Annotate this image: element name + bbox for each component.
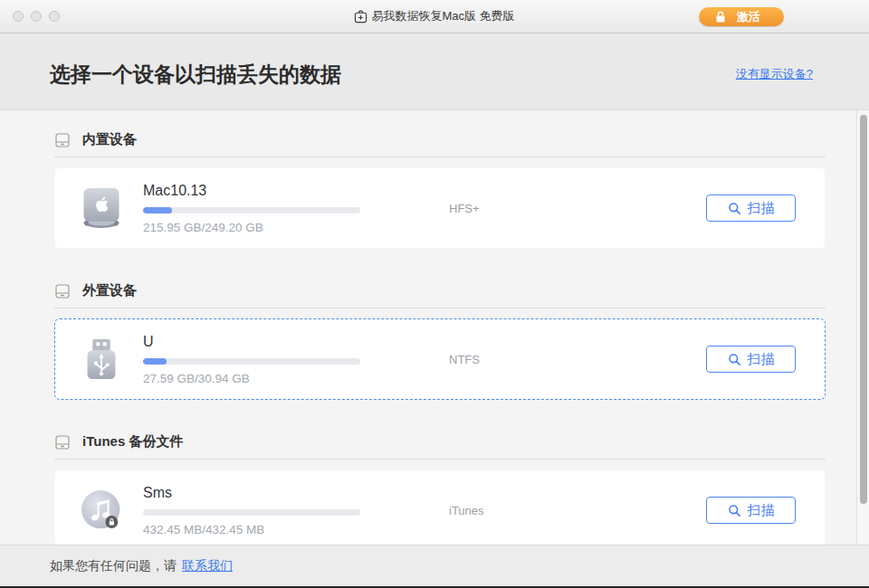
device-info: Mac10.13 215.95 GB/249.20 GB — [143, 183, 360, 234]
device-name: Mac10.13 — [143, 183, 360, 199]
scan-label: 扫描 — [748, 200, 775, 217]
device-name: Sms — [143, 485, 360, 501]
scan-label: 扫描 — [748, 502, 775, 519]
capacity-bar — [143, 358, 360, 365]
device-info: U 27.59 GB/30.94 GB — [143, 334, 360, 385]
section-itunes-backups: iTunes 备份文件 — [54, 433, 826, 545]
section-label: iTunes 备份文件 — [82, 433, 183, 450]
page-title: 选择一个设备以扫描丢失的数据 — [50, 61, 341, 89]
no-device-help-link[interactable]: 没有显示设备? — [736, 66, 813, 82]
section-header: iTunes 备份文件 — [54, 433, 826, 460]
usb-drive-icon — [78, 336, 125, 383]
device-size: 215.95 GB/249.20 GB — [143, 221, 360, 234]
activate-label: 激活 — [737, 9, 760, 25]
contact-us-link[interactable]: 联系我们 — [182, 558, 233, 574]
scan-button[interactable]: 扫描 — [706, 346, 796, 373]
scan-button[interactable]: 扫描 — [706, 194, 796, 222]
filesystem-label: iTunes — [449, 504, 706, 517]
footer-text: 如果您有任何问题，请 — [50, 558, 177, 574]
maximize-button[interactable] — [49, 11, 60, 22]
hdd-apple-icon — [78, 185, 125, 232]
drive-icon — [54, 434, 71, 450]
section-header: 内置设备 — [54, 131, 826, 157]
capacity-bar — [143, 207, 360, 213]
app-icon — [354, 10, 368, 24]
search-icon — [728, 504, 741, 517]
search-icon — [728, 353, 741, 366]
device-card-mac[interactable]: Mac10.13 215.95 GB/249.20 GB HFS+ 扫描 — [54, 167, 826, 249]
close-button[interactable] — [13, 11, 24, 22]
device-size: 27.59 GB/30.94 GB — [143, 372, 360, 385]
scrollbar-thumb[interactable] — [860, 115, 867, 504]
filesystem-label: HFS+ — [449, 202, 706, 215]
footer: 如果您有任何问题，请 联系我们 — [0, 545, 869, 588]
titlebar: 易我数据恢复Mac版 免费版 激活 — [0, 0, 869, 33]
itunes-locked-icon — [78, 487, 125, 534]
window-title-text: 易我数据恢复Mac版 免费版 — [371, 8, 514, 24]
app-window: 易我数据恢复Mac版 免费版 激活 选择一个设备以扫描丢失的数据 没有显示设备? — [0, 0, 869, 588]
search-icon — [728, 202, 741, 215]
filesystem-label: NTFS — [449, 353, 706, 366]
scrollbar-track[interactable] — [856, 110, 869, 545]
device-card-usb[interactable]: U 27.59 GB/30.94 GB NTFS 扫描 — [54, 318, 826, 400]
window-title: 易我数据恢复Mac版 免费版 — [354, 8, 514, 24]
page-header: 选择一个设备以扫描丢失的数据 没有显示设备? — [0, 33, 869, 110]
traffic-lights — [13, 0, 60, 33]
scan-label: 扫描 — [748, 351, 775, 368]
activate-button[interactable]: 激活 — [699, 7, 784, 26]
scan-button[interactable]: 扫描 — [706, 497, 796, 524]
lock-icon — [715, 11, 726, 23]
device-list: 内置设备 Mac10.13 215 — [0, 110, 869, 545]
section-external-devices: 外置设备 — [54, 282, 826, 400]
section-label: 外置设备 — [82, 282, 137, 299]
section-label: 内置设备 — [82, 131, 137, 148]
device-info: Sms 432.45 MB/432.45 MB — [143, 485, 360, 536]
drive-icon — [54, 283, 71, 299]
minimize-button[interactable] — [31, 11, 42, 22]
device-size: 432.45 MB/432.45 MB — [143, 523, 360, 536]
section-internal-devices: 内置设备 Mac10.13 215 — [54, 131, 826, 249]
device-name: U — [143, 334, 360, 350]
drive-icon — [54, 132, 71, 148]
device-card-sms[interactable]: Sms 432.45 MB/432.45 MB iTunes 扫描 — [54, 469, 826, 545]
capacity-bar — [143, 509, 360, 516]
section-header: 外置设备 — [54, 282, 826, 308]
